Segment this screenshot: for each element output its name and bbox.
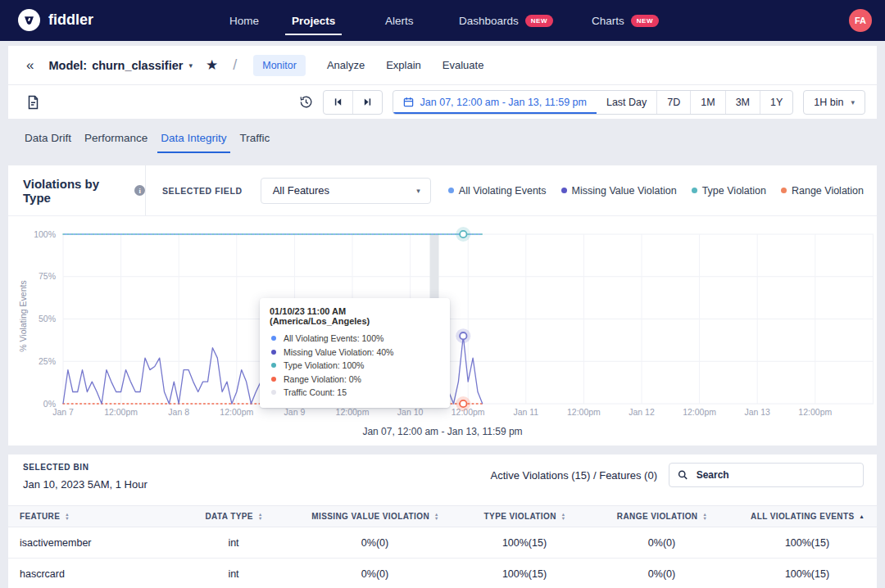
nav-item-alerts[interactable]: Alerts (385, 0, 414, 41)
table-cell: 100%(15) (746, 568, 869, 580)
column-header-data-type[interactable]: DATA TYPE▴▾ (188, 512, 279, 521)
collapse-sidebar-icon[interactable]: « (26, 57, 34, 74)
svg-text:Jan 9: Jan 9 (284, 407, 306, 417)
tooltip-text: All Violating Events: 100% (284, 332, 384, 346)
sort-asc-icon[interactable]: ▴ (860, 513, 864, 520)
tooltip-text: Type Violation: 100% (284, 359, 364, 373)
brand-name: fiddler (48, 11, 93, 29)
nav-item-label: Alerts (385, 15, 414, 27)
sort-icon[interactable]: ▴▾ (703, 513, 706, 520)
table-row-hascrcard[interactable]: hascrcardint0%(0)100%(15)0%(0)100%(15) (8, 559, 877, 588)
legend-missing-value-violation[interactable]: Missing Value Violation (561, 185, 677, 197)
user-avatar[interactable]: FA (849, 9, 872, 32)
tab-data-integrity[interactable]: Data Integrity (161, 119, 226, 156)
sort-icon[interactable]: ▴▾ (66, 513, 69, 520)
model-tab-evaluate[interactable]: Evaluate (442, 59, 484, 71)
column-header-feature[interactable]: FEATURE▴▾ (8, 512, 188, 521)
nav-item-label: Home (229, 15, 259, 27)
tooltip-item-all-violating-events: All Violating Events: 100% (270, 332, 440, 346)
column-label: MISSING VALUE VIOLATION (311, 512, 429, 521)
table-cell: 0%(0) (578, 537, 746, 549)
selected-bin-value: Jan 10, 2023 5AM, 1 Hour (23, 478, 148, 491)
model-tab-analyze[interactable]: Analyze (327, 59, 365, 71)
report-doc-icon[interactable] (26, 95, 40, 110)
nav-item-projects[interactable]: Projects (292, 0, 335, 41)
preset-7d[interactable]: 7D (656, 91, 690, 114)
info-icon[interactable]: i (134, 185, 145, 196)
model-tab-explain[interactable]: Explain (386, 59, 421, 71)
bin-size-dropdown[interactable]: 1H bin ▾ (804, 91, 865, 114)
model-tabs: MonitorAnalyzeExplainEvaluate (237, 55, 483, 76)
table-cell: 0%(0) (279, 537, 471, 549)
nav-item-dashboards[interactable]: DashboardsNEW (459, 0, 553, 41)
chart-caption: Jan 07, 12:00 am - Jan 13, 11:59 pm (8, 426, 877, 437)
preset-1m[interactable]: 1M (690, 91, 724, 114)
nav-item-label: Projects (292, 15, 335, 27)
svg-text:Jan 12: Jan 12 (629, 407, 655, 417)
date-presets: Last Day7D1M3M1Y (597, 91, 792, 114)
date-range-group: Jan 07, 12:00 am - Jan 13, 11:59 pm Last… (393, 90, 794, 115)
legend-label: Missing Value Violation (572, 185, 677, 197)
history-icon[interactable] (299, 95, 313, 109)
tab-traffic[interactable]: Traffic (240, 119, 270, 156)
table-cell: 100%(15) (746, 537, 869, 549)
selected-field-dropdown[interactable]: All Features ▾ (261, 178, 431, 204)
chart-title-cell: Violations by Type i (8, 165, 146, 215)
table-cell: 100%(15) (471, 568, 578, 580)
search-input[interactable] (695, 468, 855, 482)
preset-3m[interactable]: 3M (725, 91, 760, 114)
search-box[interactable] (669, 463, 864, 487)
date-range-button[interactable]: Jan 07, 12:00 am - Jan 13, 11:59 pm (393, 91, 597, 114)
svg-text:100%: 100% (34, 229, 56, 239)
sort-icon[interactable]: ▴▾ (562, 513, 565, 520)
selected-field-label: SELECTED FIELD (162, 186, 243, 196)
column-header-all-violating-events[interactable]: ALL VIOLATING EVENTS▴ (746, 512, 869, 521)
tooltip-text: Missing Value Violation: 40% (284, 346, 393, 360)
new-badge: NEW (631, 15, 659, 27)
sort-icon[interactable]: ▴▾ (435, 513, 438, 520)
table-cell: hascrcard (8, 568, 188, 580)
model-tab-monitor[interactable]: Monitor (253, 55, 306, 76)
nav-item-charts[interactable]: ChartsNEW (592, 0, 659, 41)
column-header-range-violation[interactable]: RANGE VIOLATION▴▾ (578, 512, 746, 521)
tooltip-dot-icon (271, 363, 276, 368)
tooltip-item-range-violation: Range Violation: 0% (270, 373, 440, 387)
table-cell: 100%(15) (471, 537, 578, 549)
new-badge: NEW (525, 15, 553, 27)
table-cell: 0%(0) (578, 568, 746, 580)
table-cell: int (188, 568, 279, 580)
favorite-star-icon[interactable]: ★ (206, 57, 218, 74)
chart-legend: All Violating EventsMissing Value Violat… (448, 185, 877, 197)
sort-icon[interactable]: ▴▾ (259, 513, 262, 520)
table-row-isactivemember[interactable]: isactivememberint0%(0)100%(15)0%(0)100%(… (8, 527, 877, 559)
column-label: DATA TYPE (205, 512, 252, 521)
tooltip-title: 01/10/23 11:00 AM (America/Los_Angeles) (270, 306, 440, 326)
column-label: TYPE VIOLATION (484, 512, 556, 521)
tooltip-item-type-violation: Type Violation: 100% (270, 359, 440, 373)
legend-dot-icon (692, 188, 697, 193)
tab-performance[interactable]: Performance (84, 119, 148, 156)
tab-data-drift[interactable]: Data Drift (25, 119, 71, 156)
column-label: RANGE VIOLATION (617, 512, 698, 521)
tooltip-dot-icon (271, 350, 276, 355)
svg-text:12:00pm: 12:00pm (336, 407, 370, 417)
svg-text:12:00pm: 12:00pm (220, 407, 253, 417)
nav-item-label: Charts (592, 15, 624, 27)
column-header-missing-value-violation[interactable]: MISSING VALUE VIOLATION▴▾ (279, 512, 471, 521)
svg-text:75%: 75% (39, 271, 56, 281)
legend-range-violation[interactable]: Range Violation (781, 185, 864, 197)
model-selector[interactable]: churn_classifier (92, 59, 183, 72)
model-caret-icon[interactable]: ▾ (188, 61, 193, 70)
column-header-type-violation[interactable]: TYPE VIOLATION▴▾ (471, 512, 578, 521)
toolbar-right: Jan 07, 12:00 am - Jan 13, 11:59 pm Last… (299, 90, 865, 115)
skip-next-button[interactable] (352, 91, 382, 114)
nav-item-home[interactable]: Home (229, 0, 259, 41)
legend-type-violation[interactable]: Type Violation (692, 185, 766, 197)
legend-dot-icon (561, 188, 567, 193)
skip-prev-button[interactable] (324, 91, 352, 114)
bin-caret-icon: ▾ (851, 98, 855, 106)
legend-all-violating-events[interactable]: All Violating Events (448, 185, 547, 197)
preset-last-day[interactable]: Last Day (597, 91, 656, 114)
preset-1y[interactable]: 1Y (760, 91, 792, 114)
fiddler-logo[interactable]: fiddler (18, 9, 93, 31)
